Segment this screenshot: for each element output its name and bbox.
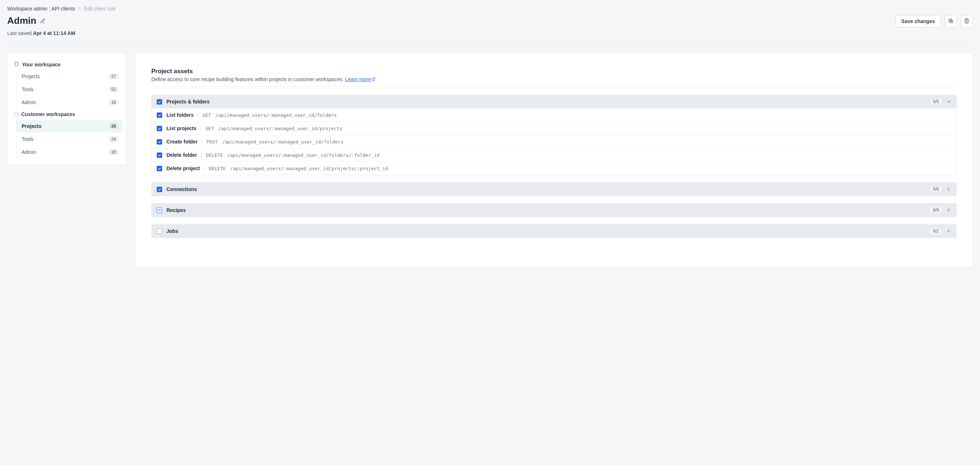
permission-group-title: Projects & folders [167, 99, 926, 105]
sidebar-item-label: Admin [22, 149, 36, 155]
api-path: /api/managed_users/:managed_user_id/proj… [218, 126, 342, 131]
learn-more-link[interactable]: Learn more [345, 76, 376, 82]
checkbox[interactable] [157, 126, 162, 131]
sidebar-item-label: Admin [22, 99, 36, 105]
pencil-icon[interactable] [40, 18, 46, 24]
breadcrumb: Workspace admin : API clients Edit clien… [7, 6, 973, 11]
save-button[interactable]: Save changes [895, 15, 941, 27]
chevron-left-icon[interactable] [946, 229, 951, 234]
checkbox[interactable] [157, 208, 162, 213]
last-saved-time: Apr 4 at 11:14 AM [33, 30, 75, 36]
permission-group-header[interactable]: Recipes8/9 [152, 204, 956, 217]
permission-group: Projects & folders5/5List foldersGET/api… [151, 95, 956, 175]
section-title: Project assets [151, 68, 956, 75]
last-saved: Last saved Apr 4 at 11:14 AM [7, 30, 973, 36]
sidebar-section-title: Customer workspaces [21, 111, 75, 117]
permission-name: Create folder [167, 139, 197, 145]
api-path: /api/managed_users/:managed_user_id/fold… [228, 153, 380, 158]
http-method: POST [207, 139, 218, 145]
count-badge: 26 [108, 123, 119, 129]
chevron-down-icon[interactable] [946, 99, 951, 104]
count-badge: 52 [108, 86, 119, 92]
sidebar-item-projects[interactable]: Projects26 [17, 120, 123, 132]
http-method: DELETE [206, 153, 223, 158]
permission-group: Recipes8/9 [151, 203, 956, 217]
sidebar-item-admin[interactable]: Admin16 [17, 96, 123, 108]
checkbox[interactable] [157, 229, 162, 234]
divider [7, 43, 973, 43]
count-pill: 8/9 [930, 207, 942, 213]
permission-group: Connections5/5 [151, 182, 956, 196]
http-method: DELETE [209, 166, 226, 171]
chevron-left-icon[interactable] [946, 187, 951, 192]
sidebar-section-header[interactable]: Your workspace [11, 59, 123, 70]
count-badge: 16 [108, 99, 119, 105]
sidebar-item-label: Tools [22, 86, 33, 92]
breadcrumb-current: Edit client role [84, 6, 116, 11]
permission-group-header[interactable]: Jobs0/2 [152, 225, 956, 237]
checkbox[interactable] [157, 113, 162, 118]
sidebar-item-projects[interactable]: Projects27 [17, 70, 123, 83]
breadcrumb-parent[interactable]: Workspace admin : API clients [7, 6, 75, 11]
permission-group-header[interactable]: Projects & folders5/5 [152, 95, 956, 108]
duplicate-button[interactable] [945, 15, 957, 27]
sidebar-section-title: Your workspace [22, 62, 60, 67]
trash-icon [964, 18, 970, 25]
vertical-divider [201, 152, 202, 158]
permission-row: List foldersGET/api/managed_users/:manag… [152, 108, 956, 121]
count-badge: 24 [108, 136, 119, 142]
permission-group-header[interactable]: Connections5/5 [152, 183, 956, 196]
checkbox[interactable] [157, 187, 162, 192]
sidebar: Your workspaceProjects27Tools52Admin16Cu… [7, 53, 126, 165]
checkbox[interactable] [157, 139, 162, 145]
permission-group-title: Jobs [167, 228, 926, 234]
count-pill: 5/5 [930, 99, 942, 105]
sidebar-item-tools[interactable]: Tools52 [17, 83, 123, 96]
sub-divider [151, 86, 956, 87]
chevron-left-icon[interactable] [946, 208, 951, 213]
building-icon [14, 61, 19, 67]
svg-line-9 [373, 78, 375, 79]
permission-name: List projects [167, 126, 196, 131]
checkbox[interactable] [157, 153, 162, 158]
last-saved-prefix: Last saved [7, 30, 33, 36]
permission-row: Delete folderDELETE/api/managed_users/:m… [152, 148, 956, 161]
api-path: /api/managed_users/:managed_user_id/fold… [222, 139, 344, 145]
copy-icon [948, 18, 954, 25]
api-path: /api/managed_users/:managed_user_id/fold… [215, 113, 337, 118]
count-pill: 0/2 [930, 228, 942, 234]
permission-group: Jobs0/2 [151, 224, 956, 238]
http-method: GET [205, 126, 214, 131]
permission-name: List folders [167, 112, 194, 118]
external-link-icon [371, 76, 375, 82]
sidebar-item-label: Tools [22, 136, 33, 142]
vertical-divider [202, 139, 202, 145]
permission-name: Delete folder [167, 152, 197, 158]
sidebar-item-tools[interactable]: Tools24 [17, 133, 123, 145]
vertical-divider [204, 166, 205, 171]
permission-group-title: Recipes [167, 207, 926, 213]
count-badge: 16 [108, 149, 119, 155]
sidebar-item-label: Projects [22, 123, 41, 129]
learn-more-label: Learn more [345, 76, 371, 82]
sidebar-section-header[interactable]: Customer workspaces [11, 109, 123, 119]
api-path: /api/managed_users/:managed_user_id/proj… [230, 166, 388, 171]
sidebar-item-admin[interactable]: Admin16 [17, 146, 123, 158]
section-desc-text: Define access to core recipe building fe… [151, 76, 345, 82]
header-actions: Save changes [895, 15, 973, 27]
sidebar-item-label: Projects [22, 73, 40, 79]
section-desc: Define access to core recipe building fe… [151, 76, 956, 82]
radio-empty-icon [14, 112, 18, 116]
permission-row: Delete projectDELETE/api/managed_users/:… [152, 161, 956, 175]
main-panel: Project assets Define access to core rec… [135, 53, 973, 267]
page-title: Admin [7, 15, 37, 26]
delete-button[interactable] [961, 15, 973, 27]
count-pill: 5/5 [930, 186, 942, 192]
chevron-right-icon [78, 6, 82, 11]
permission-name: Delete project [167, 166, 200, 171]
count-badge: 27 [108, 73, 119, 79]
permission-row: Create folderPOST/api/managed_users/:man… [152, 135, 956, 148]
checkbox[interactable] [157, 99, 162, 105]
permission-group-title: Connections [167, 186, 926, 192]
checkbox[interactable] [157, 166, 162, 171]
